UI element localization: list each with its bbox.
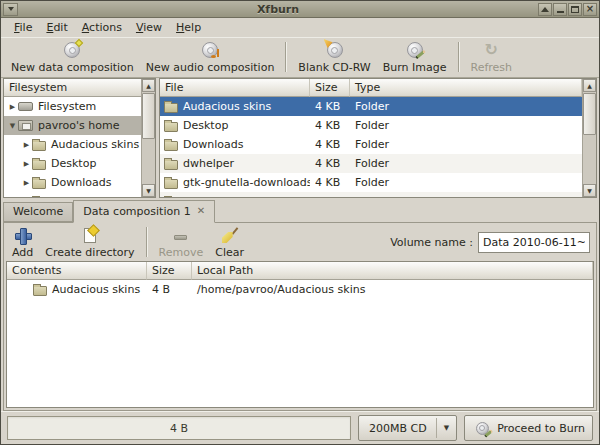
drive-icon — [18, 102, 33, 111]
burn-icon — [472, 419, 492, 437]
volume-name-label: Volume name : — [390, 236, 473, 249]
volume-name-input[interactable] — [478, 232, 590, 253]
browser-panes: Filesystem Filesystem pavroo's home — [1, 78, 599, 198]
file-row[interactable]: Desktop 4 KB Folder — [160, 116, 582, 135]
file-row[interactable]: Audacious skins 4 KB Folder — [160, 97, 582, 116]
scrollbar-thumb[interactable] — [142, 93, 155, 139]
folder-icon — [164, 179, 178, 189]
composition-size-bar: 4 B — [7, 416, 351, 440]
toolbar-separator — [285, 42, 287, 72]
tab-data-composition[interactable]: Data composition 1 ✕ — [73, 200, 215, 223]
window-title: Xfburn — [18, 3, 538, 16]
remove-button[interactable]: Remove — [153, 223, 210, 261]
minimize-icon — [557, 11, 564, 13]
menu-view[interactable]: View — [129, 19, 169, 36]
composition-toolbar: Add Create directory Remove Clear Volume… — [4, 223, 596, 261]
notebook-tabs: Welcome Data composition 1 ✕ — [1, 198, 599, 222]
scroll-up-icon[interactable] — [142, 79, 155, 92]
menu-edit[interactable]: Edit — [39, 19, 74, 36]
menu-help[interactable]: Help — [169, 19, 208, 36]
filesystem-pane: Filesystem Filesystem pavroo's home — [3, 78, 156, 198]
titlebar[interactable]: Xfburn × — [1, 1, 599, 18]
filesystem-scrollbar[interactable] — [141, 79, 155, 197]
tree-item[interactable]: dwhelper — [4, 192, 141, 197]
window-menu-button[interactable] — [3, 3, 18, 16]
file-row[interactable]: Music 4 KB Folder — [160, 192, 582, 197]
expander-icon[interactable] — [21, 160, 32, 168]
toolbar-separator — [146, 227, 148, 257]
proceed-to-burn-button[interactable]: Proceed to Burn — [464, 415, 593, 441]
contents-row[interactable]: Audacious skins 4 B /home/pavroo/Audacio… — [7, 280, 593, 299]
create-directory-icon — [80, 226, 100, 244]
blank-cdrw-button[interactable]: Blank CD-RW — [292, 38, 376, 76]
new-data-composition-icon — [62, 41, 82, 59]
maximize-icon — [571, 6, 579, 13]
shade-icon — [541, 7, 549, 12]
shade-button[interactable] — [538, 3, 552, 16]
scroll-down-icon[interactable] — [142, 184, 155, 197]
window-menu-icon — [8, 7, 14, 11]
expander-icon[interactable] — [7, 122, 18, 130]
composition-contents-table: Contents Size Local Path Audacious skins… — [6, 261, 594, 408]
file-row[interactable]: Downloads 4 KB Folder — [160, 135, 582, 154]
file-list-pane: File Size Type Audacious skins 4 KB Fold… — [159, 78, 597, 198]
column-header-type[interactable]: Type — [350, 79, 582, 97]
folder-icon — [32, 141, 46, 151]
tree-item-home[interactable]: pavroo's home — [4, 116, 141, 135]
new-data-composition-button[interactable]: New data composition — [5, 38, 140, 76]
menu-file[interactable]: File — [7, 19, 39, 36]
new-audio-composition-button[interactable]: New audio composition — [140, 38, 281, 76]
filesystem-tree: Filesystem pavroo's home Audacious skins — [4, 97, 141, 197]
tree-item[interactable]: Desktop — [4, 154, 141, 173]
remove-icon — [171, 226, 191, 244]
disc-size-combo[interactable]: 200MB CD — [358, 415, 457, 441]
blank-cdrw-icon — [325, 41, 345, 59]
folder-icon — [164, 160, 178, 170]
folder-icon — [32, 179, 46, 189]
column-header-local-path[interactable]: Local Path — [192, 262, 593, 280]
clear-button[interactable]: Clear — [209, 223, 250, 261]
new-audio-composition-icon — [200, 41, 220, 59]
scroll-up-icon[interactable] — [583, 79, 596, 92]
tab-close-icon[interactable]: ✕ — [197, 206, 205, 216]
filesystem-column-header[interactable]: Filesystem — [4, 79, 141, 97]
statusbar: 4 B 200MB CD Proceed to Burn — [1, 411, 599, 444]
burn-image-icon — [405, 41, 425, 59]
scroll-down-icon[interactable] — [583, 184, 596, 197]
folder-icon — [32, 160, 46, 170]
xfburn-window: Xfburn × File Edit Actions View Help New… — [0, 0, 600, 445]
tree-item-filesystem[interactable]: Filesystem — [4, 97, 141, 116]
tree-item[interactable]: Audacious skins — [4, 135, 141, 154]
column-header-size[interactable]: Size — [147, 262, 192, 280]
file-list-scrollbar[interactable] — [582, 79, 596, 197]
column-header-contents[interactable]: Contents — [7, 262, 147, 280]
column-header-size[interactable]: Size — [310, 79, 350, 97]
add-button[interactable]: Add — [6, 223, 39, 261]
main-toolbar: New data composition New audio compositi… — [1, 37, 599, 78]
close-button[interactable]: × — [583, 3, 597, 16]
expander-icon[interactable] — [7, 103, 18, 111]
folder-icon — [33, 286, 47, 296]
maximize-button[interactable] — [568, 3, 582, 16]
clear-icon — [220, 226, 240, 244]
folder-icon — [164, 103, 178, 113]
refresh-icon: ↻ — [481, 41, 501, 59]
column-header-file[interactable]: File — [160, 79, 310, 97]
add-icon — [13, 226, 33, 244]
refresh-button[interactable]: ↻ Refresh — [465, 38, 519, 76]
minimize-button[interactable] — [553, 3, 567, 16]
file-row[interactable]: dwhelper 4 KB Folder — [160, 154, 582, 173]
create-directory-button[interactable]: Create directory — [39, 223, 140, 261]
burn-image-button[interactable]: Burn Image — [377, 38, 453, 76]
tab-welcome[interactable]: Welcome — [3, 202, 73, 222]
expander-icon[interactable] — [21, 179, 32, 187]
file-list-header: File Size Type — [160, 79, 582, 97]
contents-header: Contents Size Local Path — [7, 262, 593, 280]
chevron-down-icon[interactable] — [436, 418, 456, 438]
file-row[interactable]: gtk-gnutella-downloads 4 KB Folder — [160, 173, 582, 192]
scrollbar-thumb[interactable] — [583, 93, 596, 135]
menubar: File Edit Actions View Help — [1, 18, 599, 37]
expander-icon[interactable] — [21, 141, 32, 149]
menu-actions[interactable]: Actions — [75, 19, 129, 36]
tree-item[interactable]: Downloads — [4, 173, 141, 192]
